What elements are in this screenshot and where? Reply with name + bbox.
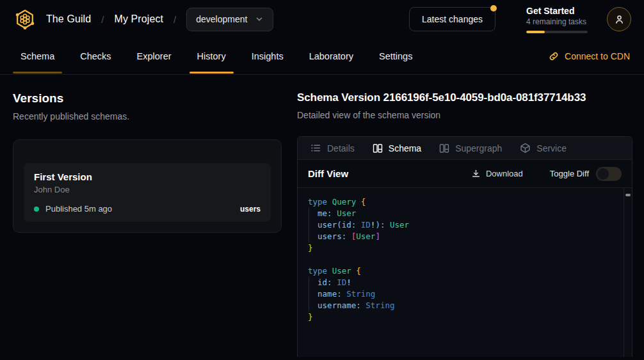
nav-tab-underline [244,72,291,74]
breadcrumb-separator: / [173,14,176,25]
list-icon [310,143,321,153]
schema-version-panel: Schema Version 2166196f-5e10-4059-bd0a-0… [297,75,644,357]
code-line: type User { [308,265,622,277]
schema-detail-box: DetailsSchemaSupergraphService Diff View… [297,136,632,357]
nav-tab-insights[interactable]: Insights [239,38,296,74]
code-line: id: ID! [308,277,622,288]
connect-to-cdn-link[interactable]: Connect to CDN [549,38,636,74]
panel-tab-supergraph[interactable]: Supergraph [439,143,502,153]
breadcrumb: The Guild / My Project / development [13,7,273,31]
panel-tab-details[interactable]: Details [310,143,355,153]
download-button[interactable]: Download [467,168,527,179]
top-header: The Guild / My Project / development Lat… [0,0,644,38]
toggle-diff-switch[interactable] [596,167,622,181]
version-list-item[interactable]: First Version John Doe Published 5m ago … [24,163,271,222]
project-name[interactable]: My Project [114,13,163,25]
get-started-progressbar [526,31,588,33]
target-select[interactable]: development [186,8,273,31]
columns-icon [439,143,449,153]
nav-tab-underline [72,72,118,74]
org-name[interactable]: The Guild [46,13,91,25]
nav-tab-explorer[interactable]: Explorer [124,38,184,74]
get-started-progress-fill [526,31,545,33]
version-status: Published 5m ago [45,204,112,214]
diff-view-toolbar: Diff View Download Toggle Diff [298,160,632,188]
nav-tab-underline [189,72,234,74]
nav-tab-schema[interactable]: Schema [8,38,67,74]
nav-tab-settings[interactable]: Settings [366,38,425,74]
breadcrumb-separator: / [101,14,104,25]
nav-tab-underline [302,72,361,74]
schema-version-subtitle: Detailed view of the schema version [297,110,632,120]
versions-card: First Version John Doe Published 5m ago … [13,139,282,233]
published-status-dot [34,207,39,212]
get-started-widget[interactable]: Get Started 4 remaining tasks [526,6,588,33]
main-content: Versions Recently published schemas. Fir… [0,75,644,357]
diff-view-title: Diff View [308,168,348,179]
toggle-diff-label: Toggle Diff [550,169,589,178]
notification-dot [490,5,497,12]
code-line [308,254,622,265]
code-line: users: [User] [308,231,622,242]
latest-changes-button[interactable]: Latest changes [409,7,495,31]
person-icon [614,14,625,25]
user-avatar[interactable] [607,7,631,31]
main-nav: SchemaChecksExplorerHistoryInsightsLabor… [0,38,644,75]
link-icon [549,51,559,61]
cube-icon [520,143,531,153]
versions-title: Versions [13,91,282,106]
hive-logo-icon[interactable] [13,7,37,31]
service-badge: users [240,205,261,214]
versions-panel: Versions Recently published schemas. Fir… [0,75,297,357]
version-name: First Version [34,171,261,182]
indent-guide [309,277,309,311]
code-line: } [308,242,622,254]
schema-detail-tabs: DetailsSchemaSupergraphService [298,137,632,160]
version-author: John Doe [34,185,261,194]
get-started-title: Get Started [526,6,588,16]
code-line: } [308,311,622,323]
get-started-subtitle: 4 remaining tasks [526,17,588,26]
chevron-down-icon [255,15,264,24]
code-scrollbar [624,188,632,357]
code-line: me: User [308,208,622,219]
nav-tab-underline [129,72,179,74]
nav-tab-underline [371,72,420,74]
nav-tabs: SchemaChecksExplorerHistoryInsightsLabor… [8,38,425,74]
download-icon [471,169,481,178]
columns-icon [373,143,383,153]
code-line: username: String [308,300,622,311]
schema-version-title: Schema Version 2166196f-5e10-4059-bd0a-0… [297,91,632,104]
code-line: name: String [308,288,622,300]
target-select-value: development [196,14,247,24]
indent-guide [309,208,309,242]
panel-tab-schema[interactable]: Schema [373,143,421,153]
code-line: user(id: ID!): User [308,219,622,231]
switch-knob [597,168,609,180]
nav-tab-history[interactable]: History [184,38,239,74]
code-line: type Query { [308,196,622,208]
nav-tab-underline [13,72,62,74]
versions-subtitle: Recently published schemas. [13,111,282,121]
nav-tab-checks[interactable]: Checks [67,38,124,74]
panel-tab-service[interactable]: Service [520,143,567,153]
graphql-code: type Query { me: User user(id: ID!): Use… [298,188,632,331]
code-scrollbar-thumb[interactable] [625,194,631,196]
schema-code-viewer: type Query { me: User user(id: ID!): Use… [298,188,632,357]
nav-tab-laboratory[interactable]: Laboratory [296,38,366,74]
